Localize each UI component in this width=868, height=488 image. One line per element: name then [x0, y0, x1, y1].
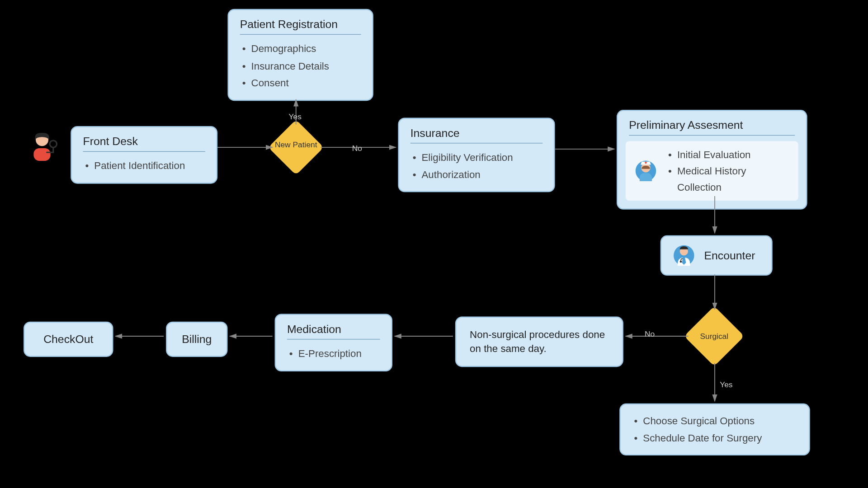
front-desk-node: Front Desk Patient Identification: [71, 126, 217, 183]
new-patient-decision: [268, 120, 324, 175]
checkout-label: CheckOut: [43, 333, 93, 346]
nurse-icon: [633, 159, 658, 183]
billing-label: Billing: [182, 333, 212, 346]
no-label-2: No: [645, 329, 655, 338]
nonsurgical-text: Non-surgical procedures done on the same…: [470, 328, 609, 356]
insurance-title: Insurance: [410, 127, 543, 143]
medication-item-0: E-Prescription: [289, 345, 380, 362]
registration-item-2: Consent: [242, 75, 361, 92]
surgical-item-1: Schedule Date for Surgery: [634, 430, 797, 447]
no-label-1: No: [352, 143, 362, 152]
yes-label-1: Yes: [289, 112, 302, 121]
registration-item-1: Insurance Details: [242, 57, 361, 75]
assessment-title: Preliminary Assesment: [629, 119, 795, 136]
front-desk-item: Patient Identification: [85, 157, 205, 174]
svg-point-2: [50, 141, 57, 148]
registration-node: Patient Registration Demographics Insura…: [227, 9, 373, 101]
medication-node: Medication E-Prescription: [275, 314, 392, 371]
surgical-decision: [684, 306, 744, 366]
front-desk-title: Front Desk: [83, 135, 205, 152]
encounter-label: Encounter: [704, 249, 755, 262]
doctor-icon: [672, 243, 697, 268]
assessment-item-1: Medical History Collection: [668, 163, 790, 195]
registration-item-0: Demographics: [242, 40, 361, 57]
registration-title: Patient Registration: [240, 18, 361, 35]
encounter-node: Encounter: [660, 235, 773, 276]
checkout-node: CheckOut: [24, 322, 113, 357]
svg-rect-1: [33, 148, 50, 161]
billing-node: Billing: [166, 322, 227, 357]
svg-point-9: [680, 261, 682, 263]
patient-icon: [28, 130, 61, 164]
insurance-item-1: Authorization: [413, 166, 543, 183]
yes-label-2: Yes: [720, 380, 732, 389]
assessment-item-0: Initial Evaluation: [668, 147, 790, 163]
insurance-item-0: Eligibility Verification: [413, 149, 543, 166]
svg-rect-6: [645, 162, 646, 164]
surgical-options-node: Choose Surgical Options Schedule Date fo…: [619, 404, 810, 456]
insurance-node: Insurance Eligibility Verification Autho…: [398, 117, 555, 192]
surgical-item-0: Choose Surgical Options: [634, 413, 797, 430]
medication-title: Medication: [287, 323, 380, 339]
nonsurgical-node: Non-surgical procedures done on the same…: [455, 317, 623, 367]
assessment-node: Preliminary Assesment Initial Evaluation…: [617, 110, 807, 210]
